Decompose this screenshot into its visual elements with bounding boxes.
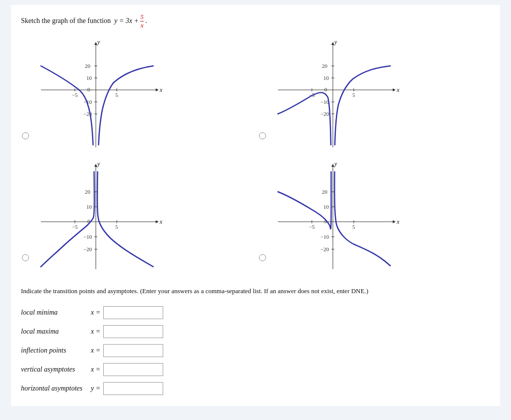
horizontal-asymptotes-row: horizontal asymptotes y =	[21, 379, 167, 398]
local-minima-eq: x =	[91, 303, 103, 322]
horizontal-asymptotes-eq: y =	[91, 379, 103, 398]
svg-marker-20	[393, 88, 396, 91]
inflection-points-row: inflection points x =	[21, 341, 167, 360]
svg-text:20: 20	[322, 189, 328, 195]
radio-2[interactable]	[259, 132, 266, 139]
local-minima-label: local minima	[21, 303, 91, 322]
graph-cell-2: x y −5 5 20 10 −10 −20 0	[258, 37, 490, 154]
svg-text:10: 10	[323, 204, 329, 210]
svg-text:−5: −5	[309, 224, 315, 230]
graph-cell-4: x y −5 5 20 10 −10 −20 0	[258, 159, 490, 276]
svg-text:5: 5	[115, 92, 118, 98]
vertical-asymptotes-eq: x =	[91, 360, 103, 379]
svg-text:y: y	[334, 160, 337, 167]
svg-text:−5: −5	[72, 224, 78, 230]
svg-text:x: x	[159, 218, 163, 225]
svg-marker-1	[156, 88, 159, 91]
svg-text:y: y	[334, 38, 337, 45]
inflection-points-label: inflection points	[21, 341, 91, 360]
local-maxima-input-cell	[103, 322, 167, 341]
instructions: Indicate the transition points and asymp…	[21, 286, 490, 296]
svg-text:0: 0	[87, 86, 90, 92]
svg-text:−20: −20	[320, 111, 329, 117]
svg-text:x: x	[396, 218, 400, 225]
graph-svg-3: x y −5 5 20 10 −10 −20 0	[31, 159, 161, 274]
svg-text:−10: −10	[320, 234, 329, 240]
svg-text:x: x	[396, 86, 400, 93]
transition-form: local minima x = local maxima x = inflec…	[21, 303, 167, 398]
svg-marker-58	[393, 220, 396, 223]
radio-3[interactable]	[22, 254, 29, 261]
svg-text:−20: −20	[83, 246, 92, 252]
local-maxima-eq: x =	[91, 322, 103, 341]
question-text: Sketch the graph of the function y = 3x …	[21, 13, 490, 29]
inflection-points-input-cell	[103, 341, 167, 360]
local-minima-input[interactable]	[103, 306, 163, 319]
graph-svg-1: x y −5 5 20 10 −10 −20	[31, 37, 161, 152]
svg-text:−10: −10	[83, 234, 92, 240]
svg-text:20: 20	[85, 189, 91, 195]
horizontal-asymptotes-input-cell	[103, 379, 167, 398]
horizontal-asymptotes-input[interactable]	[103, 382, 163, 395]
svg-text:−5: −5	[72, 92, 78, 98]
svg-text:10: 10	[86, 204, 92, 210]
vertical-asymptotes-label: vertical asymptotes	[21, 360, 91, 379]
inflection-points-input[interactable]	[103, 344, 163, 357]
inflection-points-eq: x =	[91, 341, 103, 360]
local-minima-input-cell	[103, 303, 167, 322]
svg-text:5: 5	[352, 92, 355, 98]
svg-text:10: 10	[323, 75, 329, 81]
svg-text:5: 5	[352, 224, 355, 230]
svg-text:x: x	[159, 86, 163, 93]
radio-4[interactable]	[259, 254, 266, 261]
page: Sketch the graph of the function y = 3x …	[11, 5, 500, 406]
local-maxima-label: local maxima	[21, 322, 91, 341]
svg-text:0: 0	[324, 86, 327, 92]
vertical-asymptotes-row: vertical asymptotes x =	[21, 360, 167, 379]
graphs-grid: x y −5 5 20 10 −10 −20	[21, 37, 490, 276]
graph-cell-1: x y −5 5 20 10 −10 −20	[21, 37, 253, 154]
vertical-asymptotes-input[interactable]	[103, 363, 163, 376]
graph-svg-4: x y −5 5 20 10 −10 −20 0	[268, 159, 398, 274]
local-maxima-row: local maxima x =	[21, 322, 167, 341]
svg-text:20: 20	[85, 63, 91, 69]
svg-text:5: 5	[115, 224, 118, 230]
svg-text:10: 10	[86, 75, 92, 81]
svg-text:y: y	[97, 160, 100, 167]
graph-svg-2: x y −5 5 20 10 −10 −20 0	[268, 37, 398, 152]
svg-text:20: 20	[322, 63, 328, 69]
radio-1[interactable]	[22, 132, 29, 139]
local-maxima-input[interactable]	[103, 325, 163, 338]
svg-text:y: y	[97, 38, 100, 45]
svg-marker-39	[156, 220, 159, 223]
local-minima-row: local minima x =	[21, 303, 167, 322]
graph-cell-3: x y −5 5 20 10 −10 −20 0	[21, 159, 253, 276]
svg-text:−20: −20	[320, 246, 329, 252]
horizontal-asymptotes-label: horizontal asymptotes	[21, 379, 91, 398]
vertical-asymptotes-input-cell	[103, 360, 167, 379]
function-label: y = 3x + 5 x .	[114, 17, 147, 24]
